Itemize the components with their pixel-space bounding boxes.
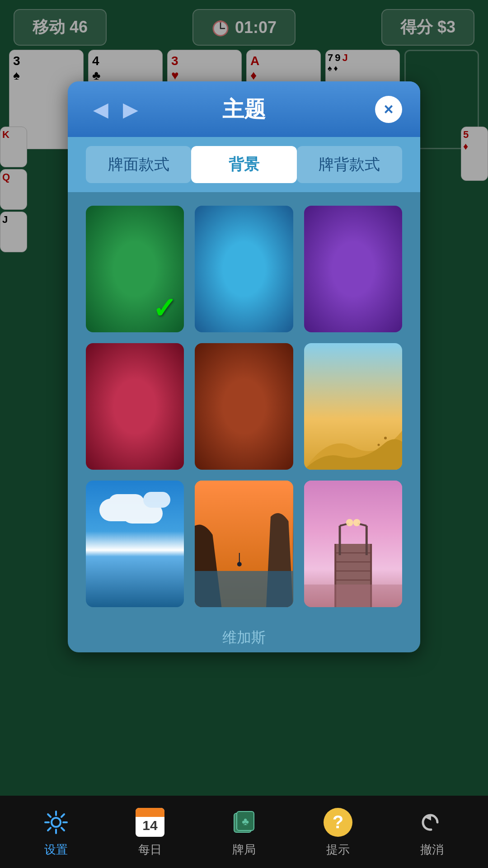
svg-point-23 [353, 519, 360, 526]
nav-undo[interactable]: 撤消 [416, 807, 448, 858]
bottom-label: 维加斯 [68, 621, 420, 652]
cards-icon: ♣ [228, 807, 260, 838]
bottom-navigation: 设置 14 每日 ♣ 牌局 ? 提示 [0, 796, 488, 868]
svg-line-31 [61, 828, 64, 830]
undo-icon [416, 807, 448, 838]
theme-ocean[interactable] [86, 481, 184, 607]
theme-grid: ✓ [68, 192, 420, 621]
theme-blue[interactable] [195, 206, 293, 332]
theme-modal: ◀ 主题 ▶ × 牌面款式 背景 牌背款式 ✓ [68, 81, 420, 652]
modal-title: 主题 [222, 95, 266, 124]
tab-card-back[interactable]: 牌背款式 [297, 146, 402, 183]
theme-desert[interactable] [304, 343, 402, 470]
prev-arrow[interactable]: ◀ [86, 94, 116, 124]
settings-label: 设置 [44, 842, 68, 858]
svg-rect-7 [195, 571, 293, 607]
settings-icon [40, 807, 72, 838]
selected-check: ✓ [152, 292, 177, 325]
theme-brown[interactable] [195, 343, 293, 470]
next-arrow[interactable]: ▶ [116, 94, 145, 124]
tab-background[interactable]: 背景 [191, 146, 296, 183]
svg-point-20 [346, 519, 353, 526]
cliffs-svg [195, 481, 293, 607]
tab-card-face[interactable]: 牌面款式 [86, 146, 191, 183]
svg-point-5 [377, 444, 380, 446]
theme-pier[interactable] [304, 481, 402, 607]
svg-point-4 [384, 437, 387, 439]
modal-header: ◀ 主题 ▶ × [68, 81, 420, 137]
hint-icon: ? [322, 807, 354, 838]
desert-dunes-svg [304, 415, 402, 470]
theme-red[interactable] [86, 343, 184, 470]
svg-line-30 [48, 814, 51, 817]
theme-purple[interactable] [304, 206, 402, 332]
nav-daily[interactable]: 14 每日 [134, 807, 166, 858]
nav-game[interactable]: ♣ 牌局 [228, 807, 260, 858]
undo-label: 撤消 [420, 842, 444, 858]
daily-label: 每日 [138, 842, 162, 858]
nav-settings[interactable]: 设置 [40, 807, 72, 858]
game-label: 牌局 [232, 842, 256, 858]
theme-green[interactable]: ✓ [86, 206, 184, 332]
nav-hint[interactable]: ? 提示 [322, 807, 354, 858]
svg-text:♣: ♣ [242, 816, 249, 827]
hint-label: 提示 [326, 842, 350, 858]
svg-point-25 [52, 818, 61, 827]
svg-line-32 [61, 814, 64, 817]
modal-overlay: ◀ 主题 ▶ × 牌面款式 背景 牌背款式 ✓ [0, 0, 488, 868]
tabs-container: 牌面款式 背景 牌背款式 [68, 137, 420, 192]
theme-cliffs[interactable] [195, 481, 293, 607]
svg-rect-24 [304, 585, 402, 607]
pier-svg [304, 481, 402, 607]
svg-line-33 [48, 828, 51, 830]
calendar-icon: 14 [134, 807, 166, 838]
close-button[interactable]: × [375, 96, 402, 123]
